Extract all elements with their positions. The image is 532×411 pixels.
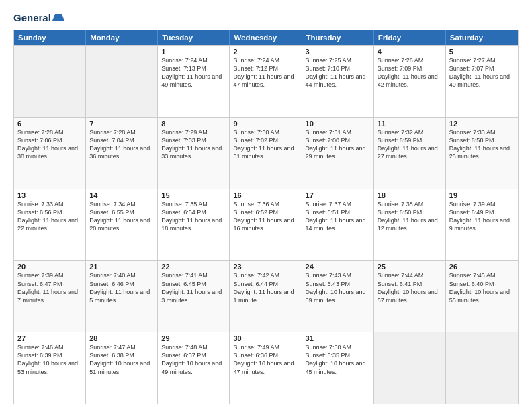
day-number: 23 bbox=[233, 263, 298, 271]
day-number: 6 bbox=[17, 120, 82, 128]
day-number: 4 bbox=[378, 48, 442, 56]
calendar-cell: 28Sunrise: 7:47 AM Sunset: 6:38 PM Dayli… bbox=[86, 332, 158, 404]
day-number: 24 bbox=[306, 263, 370, 271]
calendar-header: SundayMondayTuesdayWednesdayThursdayFrid… bbox=[14, 30, 518, 45]
cell-details: Sunrise: 7:38 AM Sunset: 6:50 PM Dayligh… bbox=[378, 200, 442, 233]
calendar-cell bbox=[446, 332, 518, 404]
day-number: 15 bbox=[161, 191, 226, 199]
calendar-cell: 18Sunrise: 7:38 AM Sunset: 6:50 PM Dayli… bbox=[374, 189, 446, 261]
day-number: 18 bbox=[378, 191, 442, 199]
calendar-cell: 6Sunrise: 7:28 AM Sunset: 7:06 PM Daylig… bbox=[14, 118, 86, 189]
cell-details: Sunrise: 7:34 AM Sunset: 6:55 PM Dayligh… bbox=[89, 200, 154, 233]
day-number: 12 bbox=[449, 120, 515, 128]
logo-general: General bbox=[13, 12, 51, 24]
calendar-cell: 9Sunrise: 7:30 AM Sunset: 7:02 PM Daylig… bbox=[230, 118, 302, 189]
day-number: 19 bbox=[449, 191, 515, 199]
calendar-row: 20Sunrise: 7:39 AM Sunset: 6:47 PM Dayli… bbox=[14, 260, 518, 332]
calendar-cell: 19Sunrise: 7:39 AM Sunset: 6:49 PM Dayli… bbox=[446, 189, 518, 261]
cell-details: Sunrise: 7:35 AM Sunset: 6:54 PM Dayligh… bbox=[161, 200, 226, 233]
cell-details: Sunrise: 7:32 AM Sunset: 6:59 PM Dayligh… bbox=[378, 128, 442, 161]
day-header-thursday: Thursday bbox=[302, 30, 374, 45]
cell-details: Sunrise: 7:41 AM Sunset: 6:45 PM Dayligh… bbox=[161, 271, 226, 304]
cell-details: Sunrise: 7:30 AM Sunset: 7:02 PM Dayligh… bbox=[233, 128, 298, 161]
calendar-row: 13Sunrise: 7:33 AM Sunset: 6:56 PM Dayli… bbox=[14, 189, 518, 261]
day-header-monday: Monday bbox=[86, 30, 158, 45]
calendar-cell: 3Sunrise: 7:25 AM Sunset: 7:10 PM Daylig… bbox=[302, 46, 374, 117]
logo: General bbox=[13, 12, 64, 24]
cell-details: Sunrise: 7:24 AM Sunset: 7:12 PM Dayligh… bbox=[233, 56, 298, 89]
cell-details: Sunrise: 7:43 AM Sunset: 6:43 PM Dayligh… bbox=[306, 271, 370, 304]
cell-details: Sunrise: 7:46 AM Sunset: 6:39 PM Dayligh… bbox=[17, 343, 82, 376]
calendar-cell: 14Sunrise: 7:34 AM Sunset: 6:55 PM Dayli… bbox=[86, 189, 158, 261]
header: General bbox=[13, 12, 519, 24]
day-number: 28 bbox=[89, 334, 154, 342]
day-number: 13 bbox=[17, 191, 82, 199]
day-number: 11 bbox=[378, 120, 442, 128]
cell-details: Sunrise: 7:24 AM Sunset: 7:13 PM Dayligh… bbox=[161, 56, 226, 89]
svg-marker-0 bbox=[52, 14, 64, 21]
calendar-cell: 26Sunrise: 7:45 AM Sunset: 6:40 PM Dayli… bbox=[446, 261, 518, 332]
day-header-friday: Friday bbox=[374, 30, 446, 45]
cell-details: Sunrise: 7:29 AM Sunset: 7:03 PM Dayligh… bbox=[161, 128, 226, 161]
cell-details: Sunrise: 7:31 AM Sunset: 7:00 PM Dayligh… bbox=[306, 128, 370, 161]
calendar-cell: 31Sunrise: 7:50 AM Sunset: 6:35 PM Dayli… bbox=[302, 332, 374, 404]
page: General SundayMondayTuesdayWednesdayThur… bbox=[0, 0, 532, 411]
calendar-cell: 21Sunrise: 7:40 AM Sunset: 6:46 PM Dayli… bbox=[86, 261, 158, 332]
day-number: 20 bbox=[17, 263, 82, 271]
day-number: 29 bbox=[161, 334, 226, 342]
day-number: 9 bbox=[233, 120, 298, 128]
calendar-cell: 15Sunrise: 7:35 AM Sunset: 6:54 PM Dayli… bbox=[158, 189, 230, 261]
day-number: 26 bbox=[449, 263, 515, 271]
day-number: 7 bbox=[89, 120, 154, 128]
day-header-saturday: Saturday bbox=[446, 30, 518, 45]
day-number: 31 bbox=[306, 334, 370, 342]
calendar-cell: 4Sunrise: 7:26 AM Sunset: 7:09 PM Daylig… bbox=[374, 46, 446, 117]
cell-details: Sunrise: 7:33 AM Sunset: 6:56 PM Dayligh… bbox=[17, 200, 82, 233]
cell-details: Sunrise: 7:49 AM Sunset: 6:36 PM Dayligh… bbox=[233, 343, 298, 376]
day-number: 21 bbox=[89, 263, 154, 271]
calendar-cell: 13Sunrise: 7:33 AM Sunset: 6:56 PM Dayli… bbox=[14, 189, 86, 261]
calendar-cell bbox=[86, 46, 158, 117]
logo-icon bbox=[52, 11, 64, 24]
calendar-body: 1Sunrise: 7:24 AM Sunset: 7:13 PM Daylig… bbox=[14, 45, 518, 404]
calendar-cell: 23Sunrise: 7:42 AM Sunset: 6:44 PM Dayli… bbox=[230, 261, 302, 332]
cell-details: Sunrise: 7:37 AM Sunset: 6:51 PM Dayligh… bbox=[306, 200, 370, 233]
cell-details: Sunrise: 7:40 AM Sunset: 6:46 PM Dayligh… bbox=[89, 271, 154, 304]
calendar-cell: 7Sunrise: 7:28 AM Sunset: 7:04 PM Daylig… bbox=[86, 118, 158, 189]
day-number: 8 bbox=[161, 120, 226, 128]
day-number: 22 bbox=[161, 263, 226, 271]
cell-details: Sunrise: 7:27 AM Sunset: 7:07 PM Dayligh… bbox=[449, 56, 515, 89]
calendar-row: 27Sunrise: 7:46 AM Sunset: 6:39 PM Dayli… bbox=[14, 332, 518, 404]
cell-details: Sunrise: 7:42 AM Sunset: 6:44 PM Dayligh… bbox=[233, 271, 298, 304]
calendar-cell: 22Sunrise: 7:41 AM Sunset: 6:45 PM Dayli… bbox=[158, 261, 230, 332]
day-number: 17 bbox=[306, 191, 370, 199]
cell-details: Sunrise: 7:39 AM Sunset: 6:47 PM Dayligh… bbox=[17, 271, 82, 304]
cell-details: Sunrise: 7:26 AM Sunset: 7:09 PM Dayligh… bbox=[378, 56, 442, 89]
cell-details: Sunrise: 7:28 AM Sunset: 7:06 PM Dayligh… bbox=[17, 128, 82, 161]
cell-details: Sunrise: 7:44 AM Sunset: 6:41 PM Dayligh… bbox=[378, 271, 442, 304]
calendar: SundayMondayTuesdayWednesdayThursdayFrid… bbox=[13, 30, 519, 404]
cell-details: Sunrise: 7:50 AM Sunset: 6:35 PM Dayligh… bbox=[306, 343, 370, 376]
calendar-cell: 2Sunrise: 7:24 AM Sunset: 7:12 PM Daylig… bbox=[230, 46, 302, 117]
day-number: 3 bbox=[306, 48, 370, 56]
day-header-wednesday: Wednesday bbox=[230, 30, 302, 45]
cell-details: Sunrise: 7:28 AM Sunset: 7:04 PM Dayligh… bbox=[89, 128, 154, 161]
calendar-row: 6Sunrise: 7:28 AM Sunset: 7:06 PM Daylig… bbox=[14, 117, 518, 189]
calendar-cell: 5Sunrise: 7:27 AM Sunset: 7:07 PM Daylig… bbox=[446, 46, 518, 117]
calendar-cell: 24Sunrise: 7:43 AM Sunset: 6:43 PM Dayli… bbox=[302, 261, 374, 332]
day-number: 16 bbox=[233, 191, 298, 199]
calendar-cell: 16Sunrise: 7:36 AM Sunset: 6:52 PM Dayli… bbox=[230, 189, 302, 261]
calendar-cell: 17Sunrise: 7:37 AM Sunset: 6:51 PM Dayli… bbox=[302, 189, 374, 261]
day-number: 5 bbox=[449, 48, 515, 56]
calendar-cell: 20Sunrise: 7:39 AM Sunset: 6:47 PM Dayli… bbox=[14, 261, 86, 332]
calendar-cell: 29Sunrise: 7:48 AM Sunset: 6:37 PM Dayli… bbox=[158, 332, 230, 404]
day-number: 1 bbox=[161, 48, 226, 56]
day-number: 30 bbox=[233, 334, 298, 342]
calendar-cell: 30Sunrise: 7:49 AM Sunset: 6:36 PM Dayli… bbox=[230, 332, 302, 404]
cell-details: Sunrise: 7:48 AM Sunset: 6:37 PM Dayligh… bbox=[161, 343, 226, 376]
day-number: 10 bbox=[306, 120, 370, 128]
calendar-cell bbox=[14, 46, 86, 117]
cell-details: Sunrise: 7:36 AM Sunset: 6:52 PM Dayligh… bbox=[233, 200, 298, 233]
calendar-cell: 27Sunrise: 7:46 AM Sunset: 6:39 PM Dayli… bbox=[14, 332, 86, 404]
day-header-tuesday: Tuesday bbox=[158, 30, 230, 45]
